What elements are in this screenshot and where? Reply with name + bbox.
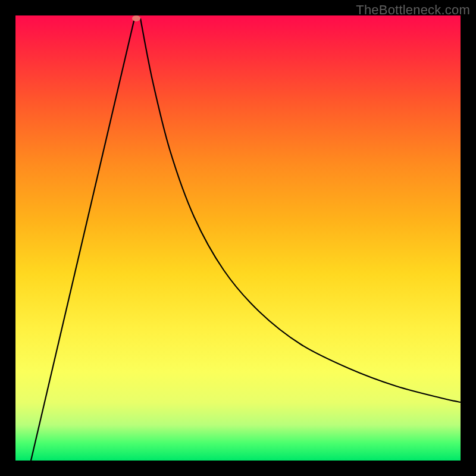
curve-layer bbox=[15, 15, 461, 461]
plot-area bbox=[15, 15, 461, 461]
vertex-marker bbox=[132, 15, 140, 21]
attribution-text: TheBottleneck.com bbox=[356, 2, 470, 18]
right-curve bbox=[140, 18, 461, 402]
left-line bbox=[31, 18, 134, 461]
